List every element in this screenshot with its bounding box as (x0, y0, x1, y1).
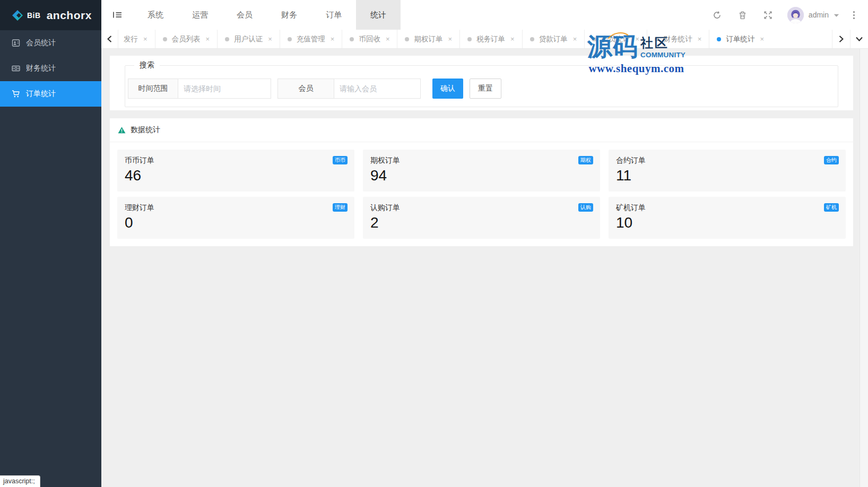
search-panel: 搜索 时间范围 会员 确认 重置 (110, 56, 853, 110)
card-label: 币币订单 (125, 156, 347, 166)
time-range-label: 时间范围 (128, 79, 178, 99)
member-input[interactable] (334, 79, 421, 99)
tabs-menu-icon[interactable] (850, 30, 868, 48)
tabs-scroll-left-icon[interactable] (101, 30, 118, 48)
sidebar-collapse-icon[interactable] (101, 0, 133, 30)
tab-dot (163, 37, 167, 41)
nav-label: 统计 (370, 10, 386, 20)
time-range-group: 时间范围 (128, 79, 271, 99)
nav-label: 订单 (326, 10, 342, 20)
card-value: 10 (616, 214, 838, 231)
nav-item-system[interactable]: 系统 (133, 0, 178, 30)
sidebar-item-finance-stats[interactable]: 财务统计 (0, 56, 101, 81)
nav-item-order[interactable]: 订单 (311, 0, 356, 30)
card-label: 合约订单 (616, 156, 838, 166)
card-badge: 合约 (824, 156, 839, 164)
tab-dot (530, 37, 534, 41)
nav-item-finance[interactable]: 财务 (267, 0, 311, 30)
close-icon[interactable]: × (698, 35, 702, 43)
reset-button[interactable]: 重置 (470, 79, 501, 99)
main-content: 搜索 时间范围 会员 确认 重置 数据统计 (101, 49, 868, 487)
nav-item-statistics[interactable]: 统计 (356, 0, 401, 30)
tab-dot (405, 37, 409, 41)
close-icon[interactable]: × (760, 35, 764, 43)
sidebar-item-label: 会员统计 (26, 38, 56, 48)
close-icon[interactable]: × (268, 35, 272, 43)
sidebar-item-member-stats[interactable]: 会员统计 (0, 30, 101, 56)
tab-user-verify[interactable]: 用户认证 × (217, 30, 280, 48)
card-badge: 矿机 (824, 203, 839, 212)
member-label: 会员 (277, 79, 334, 99)
card-badge: 币币 (333, 156, 348, 164)
time-range-input[interactable] (178, 79, 271, 99)
stats-title: 数据统计 (131, 125, 160, 135)
tab-dot (288, 37, 292, 41)
nav-item-operation[interactable]: 运营 (178, 0, 222, 30)
stat-card-subscription-orders: 认购订单 2 认购 (363, 197, 600, 239)
search-fieldset: 搜索 时间范围 会员 确认 重置 (125, 60, 838, 107)
card-label: 认购订单 (370, 203, 593, 213)
search-legend: 搜索 (134, 60, 160, 70)
tab-dot (717, 37, 721, 41)
chevron-down-icon (834, 10, 839, 20)
nav-item-member[interactable]: 会员 (222, 0, 267, 30)
tab-label: 用户认证 (234, 34, 263, 44)
close-icon[interactable]: × (448, 35, 452, 43)
sidebar-item-label: 财务统计 (26, 64, 56, 73)
sidebar-item-order-stats[interactable]: 订单统计 (0, 81, 101, 107)
tab-member-list[interactable]: 会员列表 × (155, 30, 218, 48)
close-icon[interactable]: × (635, 35, 639, 43)
refresh-icon[interactable] (705, 0, 730, 30)
card-badge: 期权 (578, 156, 593, 164)
header-actions: admin (705, 0, 868, 30)
tab-finance-stats[interactable]: 财务统计 × (647, 30, 709, 48)
close-icon[interactable]: × (386, 35, 390, 43)
vertical-scrollbar[interactable] (860, 49, 868, 487)
card-label: 理财订单 (125, 203, 347, 213)
user-menu[interactable]: admin (781, 7, 846, 23)
close-icon[interactable]: × (143, 35, 147, 43)
tab-coin-recycle[interactable]: 币回收 × (342, 30, 397, 48)
card-label: 矿机订单 (616, 203, 838, 213)
tab-order-stats[interactable]: 订单统计 × (709, 30, 771, 48)
money-icon (12, 64, 20, 73)
tab-label: 发行 (124, 34, 138, 44)
close-icon[interactable]: × (331, 35, 335, 43)
nav-label: 运营 (192, 10, 208, 20)
card-value: 46 (125, 167, 347, 184)
stat-card-wealth-orders: 理财订单 0 理财 (117, 197, 354, 239)
card-value: 0 (125, 214, 347, 231)
tab-loan-orders[interactable]: 贷款订单 × (522, 30, 585, 48)
stats-panel: 数据统计 币币订单 46 币币 期权订单 94 期权 合约订单 11 合约 理财… (110, 118, 853, 246)
confirm-button[interactable]: 确认 (432, 79, 463, 99)
member-group: 会员 (277, 79, 421, 99)
tabbar: 发行 × 会员列表 × 用户认证 × 充值管理 × 币回收 × 期权订单 × 税… (101, 30, 868, 49)
card-badge: 理财 (333, 203, 348, 212)
tabs-scroll-right-icon[interactable] (832, 30, 850, 48)
tab-dot (592, 37, 596, 41)
tab-option-orders[interactable]: 期权订单 × (397, 30, 459, 48)
close-icon[interactable]: × (573, 35, 577, 43)
tab-tax-orders[interactable]: 税务订单 × (459, 30, 522, 48)
tab-dot (350, 37, 354, 41)
close-icon[interactable]: × (510, 35, 515, 43)
tab-dot (655, 37, 659, 41)
trash-icon[interactable] (730, 0, 756, 30)
stats-header: 数据统计 (110, 118, 853, 142)
tab-label: 币回收 (359, 34, 380, 44)
tab-recharge[interactable]: 充值管理 × (280, 30, 342, 48)
fullscreen-icon[interactable] (756, 0, 781, 30)
tab-label: 贷款订单 (539, 34, 568, 44)
stat-card-miner-orders: 矿机订单 10 矿机 (609, 197, 846, 239)
stat-card-option-orders: 期权订单 94 期权 (363, 150, 600, 192)
nav-label: 会员 (237, 10, 253, 20)
app-logo[interactable]: BiB anchorx (0, 0, 101, 30)
more-vertical-icon[interactable] (846, 0, 862, 30)
nav-label: 系统 (147, 10, 163, 20)
close-icon[interactable]: × (206, 35, 210, 43)
stats-cards: 币币订单 46 币币 期权订单 94 期权 合约订单 11 合约 理财订单 0 … (110, 142, 853, 246)
tab-label: 充值管理 (297, 34, 325, 44)
tab-member-stats[interactable]: 会员统计 × (584, 30, 647, 48)
cart-icon (12, 90, 20, 98)
tab-issue[interactable]: 发行 × (118, 30, 155, 48)
